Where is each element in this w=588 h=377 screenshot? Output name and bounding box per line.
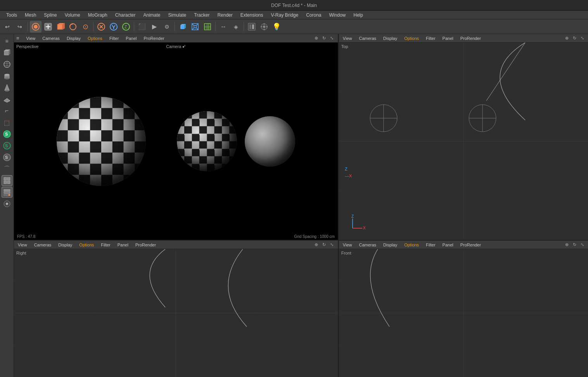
menu-help[interactable]: Help <box>350 12 366 19</box>
top-panel-menu[interactable]: Panel <box>441 36 455 41</box>
menu-corona[interactable]: Corona <box>303 12 324 19</box>
front-display-menu[interactable]: Display <box>382 242 399 248</box>
top-prorender-menu[interactable]: ProRender <box>459 36 483 41</box>
top-filter-menu[interactable]: Filter <box>424 36 437 41</box>
sidebar-menu-button[interactable]: ≡ <box>2 36 12 46</box>
right-maximize-icon[interactable]: ⤡ <box>329 241 336 248</box>
front-view-menu[interactable]: View <box>341 242 354 248</box>
front-options-menu[interactable]: Options <box>403 242 420 248</box>
perspective-hamburger[interactable]: ≡ <box>16 35 19 41</box>
menu-window[interactable]: Window <box>326 12 349 19</box>
nav-cube-button[interactable] <box>177 21 189 33</box>
top-maximize-icon[interactable]: ⤡ <box>579 35 586 42</box>
perspective-maximize-icon[interactable]: ⤡ <box>329 35 336 42</box>
title-text: DOF Test.c4d * - Main <box>271 3 317 8</box>
perspective-cameras-menu[interactable]: Cameras <box>41 36 61 41</box>
top-canvas[interactable]: Top <box>339 43 588 240</box>
perspective-view-menu[interactable]: View <box>25 36 37 41</box>
right-view-menu[interactable]: View <box>16 242 29 248</box>
front-cameras-menu[interactable]: Cameras <box>357 242 378 248</box>
material-button[interactable]: ◈ <box>230 21 242 33</box>
menu-tools[interactable]: Tools <box>3 12 20 19</box>
play-button[interactable]: ▶ <box>149 21 160 33</box>
perspective-canvas[interactable]: Perspective Camera° <box>14 43 338 240</box>
front-filter-menu[interactable]: Filter <box>424 242 437 248</box>
axis-z-button[interactable]: Z <box>120 21 132 33</box>
perspective-panel-menu[interactable]: Panel <box>124 36 138 41</box>
menu-extensions[interactable]: Extensions <box>237 12 266 19</box>
rotate-button[interactable] <box>67 21 79 33</box>
right-prorender-menu[interactable]: ProRender <box>134 242 157 248</box>
light-button[interactable]: 💡 <box>271 21 282 33</box>
settings-button[interactable]: ⚙ <box>161 21 173 33</box>
menu-tracker[interactable]: Tracker <box>191 12 213 19</box>
menu-vray[interactable]: V-Ray Bridge <box>268 12 301 19</box>
right-cameras-menu[interactable]: Cameras <box>33 242 53 248</box>
top-options-menu[interactable]: Options <box>403 36 420 41</box>
corner-tool-button[interactable]: ⌐ <box>2 105 12 116</box>
perspective-filter-menu[interactable]: Filter <box>108 36 120 41</box>
arrows-button[interactable]: ↔ <box>218 21 229 33</box>
plane-tool-button[interactable] <box>2 94 12 105</box>
perspective-prorender-menu[interactable]: ProRender <box>142 36 166 41</box>
top-cameras-menu[interactable]: Cameras <box>357 36 378 41</box>
axis-x-button[interactable] <box>95 21 107 33</box>
scale-button[interactable]: ⊙ <box>80 21 91 33</box>
axis-y-button[interactable] <box>108 21 119 33</box>
render-settings-button[interactable] <box>258 21 270 33</box>
eye-button[interactable] <box>2 198 12 209</box>
top-lock-icon[interactable]: ⊕ <box>563 35 570 42</box>
right-canvas[interactable]: Right <box>14 249 338 377</box>
right-sync-icon[interactable]: ↻ <box>321 241 328 248</box>
grid-button[interactable] <box>2 175 12 186</box>
add-button[interactable] <box>42 21 54 33</box>
front-prorender-menu[interactable]: ProRender <box>459 242 483 248</box>
front-sync-icon[interactable]: ↻ <box>571 241 578 248</box>
layer-button[interactable] <box>2 187 12 198</box>
front-panel-menu[interactable]: Panel <box>441 242 455 248</box>
menu-spline[interactable]: Spline <box>41 12 60 19</box>
s-tool-3-button[interactable]: S <box>2 152 12 163</box>
s-tool-1-button[interactable]: S <box>2 129 12 139</box>
right-filter-menu[interactable]: Filter <box>99 242 112 248</box>
grid-toggle-button[interactable] <box>202 21 213 33</box>
front-lock-icon[interactable]: ⊕ <box>563 241 570 248</box>
top-view-menu[interactable]: View <box>341 36 354 41</box>
menu-mograph[interactable]: MoGraph <box>85 12 111 19</box>
perspective-sync-icon[interactable]: ↻ <box>321 35 328 42</box>
arc-button[interactable]: ⌒ <box>2 164 12 174</box>
undo-button[interactable]: ↩ <box>2 21 13 33</box>
move-tool-button[interactable] <box>30 21 42 33</box>
cube-tool-button[interactable] <box>2 47 12 58</box>
menu-render[interactable]: Render <box>214 12 235 19</box>
menu-animate[interactable]: Animate <box>140 12 163 19</box>
perspective-toggle-button[interactable] <box>189 21 201 33</box>
front-maximize-icon[interactable]: ⤡ <box>579 241 586 248</box>
right-lock-icon[interactable]: ⊕ <box>313 241 320 248</box>
svg-rect-33 <box>249 24 251 29</box>
right-display-menu[interactable]: Display <box>57 242 74 248</box>
menu-mesh[interactable]: Mesh <box>22 12 39 19</box>
cone-tool-button[interactable] <box>2 82 12 93</box>
sphere-tool-button[interactable] <box>2 59 12 70</box>
front-canvas[interactable]: Front <box>339 249 588 377</box>
select-tool-button[interactable]: ⬚ <box>2 117 12 128</box>
perspective-display-menu[interactable]: Display <box>65 36 82 41</box>
right-panel-menu[interactable]: Panel <box>116 242 130 248</box>
s-tool-2-button[interactable]: S <box>2 140 12 151</box>
menu-simulate[interactable]: Simulate <box>165 12 190 19</box>
menu-volume[interactable]: Volume <box>62 12 83 19</box>
perspective-lock-icon[interactable]: ⊕ <box>313 35 320 42</box>
cylinder-tool-button[interactable] <box>2 71 12 81</box>
render-region-button[interactable] <box>246 21 258 33</box>
svg-point-48 <box>5 74 9 76</box>
perspective-options-menu[interactable]: Options <box>86 36 104 41</box>
top-display-menu[interactable]: Display <box>382 36 399 41</box>
cube-button[interactable] <box>55 21 66 33</box>
right-options-menu[interactable]: Options <box>78 242 95 248</box>
menu-character[interactable]: Character <box>112 12 139 19</box>
object-mode-button[interactable]: ⬛ <box>136 21 148 33</box>
svg-point-36 <box>263 26 265 28</box>
top-sync-icon[interactable]: ↻ <box>571 35 578 42</box>
redo-button[interactable]: ↪ <box>14 21 26 33</box>
